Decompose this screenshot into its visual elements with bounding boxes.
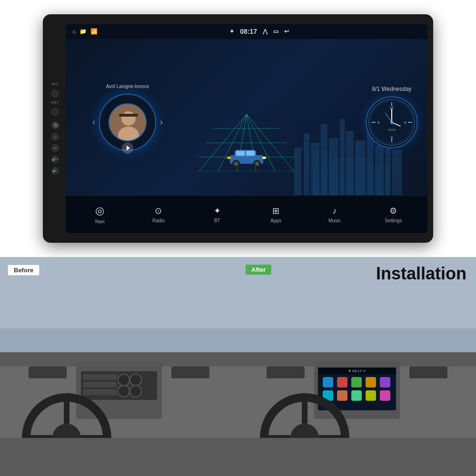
svg-point-31 — [234, 162, 238, 166]
power-icon: ⏻ — [53, 123, 58, 128]
back-icon: ↩ — [284, 28, 289, 35]
svg-rect-59 — [83, 382, 117, 387]
disc-wrapper — [99, 94, 156, 151]
svg-rect-9 — [375, 145, 384, 195]
disc-image — [109, 103, 147, 141]
music-next-button[interactable]: › — [160, 117, 163, 127]
vol-down-button[interactable]: 🔊- — [51, 167, 59, 175]
battery-icon: ▭ — [273, 28, 278, 35]
vol-down-icon: 🔊- — [52, 169, 58, 173]
main-content-area: Avril Lavigne-Innoce ‹ — [66, 39, 427, 195]
svg-rect-89 — [337, 390, 347, 401]
svg-rect-58 — [83, 374, 117, 380]
apps-label: Apps — [270, 218, 281, 223]
signal2-icon: ⋀ — [263, 28, 268, 35]
svg-rect-60 — [83, 389, 117, 395]
clock-widget: 8/1 Wednesday 12 — [366, 86, 418, 149]
svg-rect-84 — [337, 377, 347, 387]
after-car-svg: ✦ 08:17 ↩ — [238, 257, 476, 476]
svg-point-23 — [121, 111, 136, 126]
time-display: 08:17 — [240, 28, 257, 35]
mic-button[interactable] — [51, 89, 59, 97]
after-label: After — [246, 265, 271, 275]
nav-item-apps[interactable]: ⊞ Apps — [247, 206, 305, 223]
status-bar: ⌂ 📁 📶 ✦ 08:17 ⋀ ▭ ↩ — [66, 24, 427, 39]
device-section: MIC RST ⏻ ⌂ ↩ 🔊+ 🔊- — [0, 0, 476, 257]
settings-label: Settings — [385, 218, 402, 223]
svg-rect-91 — [366, 390, 376, 401]
folder-status-icon: 📁 — [79, 28, 87, 35]
nav-item-bt[interactable]: ✦ BT — [188, 206, 247, 223]
installation-title: Installation — [376, 264, 466, 284]
svg-text:9: 9 — [377, 120, 380, 125]
back-side-icon: ↩ — [53, 146, 57, 150]
after-interior: ✦ 08:17 ↩ — [238, 257, 476, 476]
music-icon: ♪ — [332, 206, 337, 216]
nav-item-navi[interactable]: ◎ Navi — [70, 205, 129, 224]
svg-rect-86 — [366, 377, 376, 387]
svg-rect-35 — [227, 157, 231, 159]
music-title: Avril Lavigne-Innoce — [106, 84, 149, 89]
status-left: ⌂ 📁 📶 — [72, 28, 98, 35]
svg-rect-34 — [262, 157, 266, 159]
installation-section: Before — [0, 257, 476, 476]
svg-rect-4 — [329, 138, 338, 195]
svg-text:clock: clock — [388, 128, 396, 131]
back-side-button[interactable]: ↩ — [51, 144, 59, 152]
apps-icon: ⊞ — [272, 206, 279, 216]
svg-rect-25 — [119, 114, 138, 117]
svg-point-63 — [118, 386, 129, 397]
svg-rect-87 — [380, 377, 390, 387]
bluetooth-icon: ✦ — [229, 28, 234, 35]
svg-rect-93 — [267, 367, 305, 378]
svg-rect-7 — [355, 140, 366, 195]
play-button[interactable] — [122, 142, 133, 154]
svg-point-49 — [390, 121, 393, 124]
svg-rect-83 — [323, 377, 333, 387]
nav-item-radio[interactable]: ⊙ Radio — [129, 206, 188, 223]
music-nav-label: Music — [328, 218, 341, 223]
svg-rect-101 — [238, 438, 476, 476]
svg-rect-85 — [351, 377, 362, 387]
navi-label: Navi — [95, 219, 105, 224]
vol-up-button[interactable]: 🔊+ — [51, 156, 59, 163]
nav-item-music[interactable]: ♪ Music — [305, 206, 364, 223]
nav-item-settings[interactable]: ⚙ Settings — [364, 206, 423, 223]
bt-label: BT — [214, 218, 220, 223]
home-side-button[interactable]: ⌂ — [51, 133, 59, 140]
svg-point-64 — [130, 386, 141, 397]
svg-rect-92 — [380, 390, 390, 401]
power-button[interactable]: ⏻ — [51, 121, 59, 129]
home-status-icon: ⌂ — [72, 28, 76, 35]
bottom-nav: ◎ Navi ⊙ Radio ✦ BT ⊞ Apps ♪ Music — [66, 195, 427, 233]
navi-icon: ◎ — [95, 205, 104, 217]
radio-icon: ⊙ — [155, 206, 162, 216]
signal-status-icon: 📶 — [90, 28, 98, 35]
svg-text:✦  08:17  ↩: ✦ 08:17 ↩ — [348, 369, 366, 373]
before-interior — [0, 257, 238, 476]
svg-rect-28 — [236, 151, 245, 156]
svg-rect-29 — [246, 151, 255, 156]
music-prev-button[interactable]: ‹ — [92, 117, 95, 127]
date-display: 8/1 Wednesday — [372, 86, 411, 92]
svg-rect-3 — [321, 124, 327, 195]
svg-rect-94 — [409, 367, 447, 378]
music-widget: Avril Lavigne-Innoce ‹ — [75, 84, 180, 151]
home-side-icon: ⌂ — [54, 134, 56, 139]
status-center: ✦ 08:17 ⋀ ▭ ↩ — [229, 28, 289, 35]
svg-text:6: 6 — [391, 135, 393, 139]
side-buttons: MIC RST ⏻ ⌂ ↩ 🔊+ 🔊- — [49, 82, 62, 175]
clock-svg: 12 3 6 9 clock — [368, 99, 416, 146]
bt-icon: ✦ — [214, 206, 221, 216]
svg-text:3: 3 — [404, 120, 407, 125]
after-panel: After Installation ✦ 08:17 ↩ — [238, 257, 476, 476]
svg-point-33 — [255, 162, 259, 166]
before-label: Before — [8, 265, 40, 276]
car-svg — [225, 143, 268, 167]
svg-rect-5 — [340, 119, 345, 195]
car-animation — [225, 143, 268, 169]
before-car-svg — [0, 257, 238, 476]
artist-image-svg — [109, 104, 147, 141]
rst-button[interactable] — [51, 108, 59, 116]
music-disc-container: ‹ — [92, 94, 163, 151]
